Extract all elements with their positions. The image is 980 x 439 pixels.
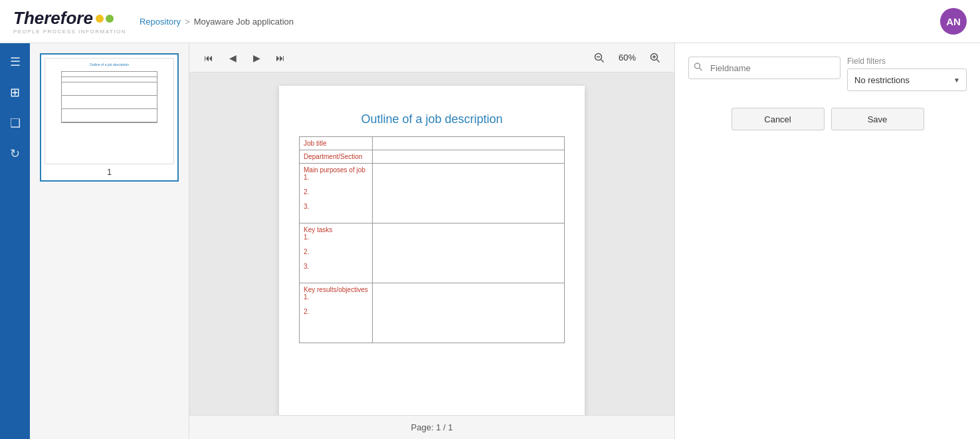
breadcrumb-page: Moyaware Job application [194,17,294,27]
table-row: Department/Section [300,150,565,164]
svg-line-1 [601,59,604,62]
right-panel-top: Field filters No restrictions [688,57,967,91]
logo-dots [96,15,114,23]
table-row: Key results/objectives1.2. [300,283,565,343]
table-cell-value [373,150,565,164]
logo: Therefore PEOPLE PROCESS INFORMATION [13,8,126,35]
sidebar-grid-icon[interactable]: ⊞ [3,80,27,104]
sidebar-menu-icon[interactable]: ☰ [3,50,27,74]
save-button[interactable]: Save [831,108,924,130]
svg-line-4 [657,59,660,62]
table-cell-value [373,223,565,283]
table-cell-value [373,283,565,343]
table-cell-value [373,164,565,223]
table-row: Key tasks1.2.3. [300,223,565,283]
zoom-in-button[interactable] [646,49,664,67]
search-input[interactable] [688,57,840,79]
table-cell-value [373,137,565,150]
logo-sub: PEOPLE PROCESS INFORMATION [13,29,126,35]
table-cell-label: Main purposes of job1.2.3. [300,164,373,223]
logo-dot-green [106,15,114,23]
next-page-button[interactable]: ▶ [247,49,266,67]
thumbnail-doc: Outline of a job description [45,58,174,164]
first-page-button[interactable]: ⏮ [199,49,218,67]
zoom-out-button[interactable] [590,49,609,67]
field-filters-label: Field filters [847,57,967,66]
filter-dropdown-wrap: Field filters No restrictions [847,57,967,91]
sidebar: ☰ ⊞ ❑ ↻ [0,43,30,439]
prev-page-button[interactable]: ◀ [223,49,242,67]
cancel-button[interactable]: Cancel [732,108,825,130]
svg-point-7 [695,63,700,69]
header: Therefore PEOPLE PROCESS INFORMATION Rep… [0,0,980,43]
table-cell-label: Key results/objectives1.2. [300,283,373,343]
table-row: Main purposes of job1.2.3. [300,164,565,223]
logo-text: Therefore [13,8,93,29]
zoom-level: 60% [614,53,640,63]
breadcrumb-repo[interactable]: Repository [140,17,181,27]
thumb-doc-title: Outline of a job description [49,63,169,67]
filter-dropdown-wrap-inner: No restrictions [847,69,967,91]
action-buttons: Cancel Save [688,108,967,130]
thumbnail-label: 1 [45,168,174,177]
doc-table: Job title Department/Section Main purpos… [299,136,565,343]
table-cell-label: Job title [300,137,373,150]
filter-dropdown[interactable]: No restrictions [847,69,967,91]
doc-footer: Page: 1 / 1 [189,415,674,439]
logo-dot-yellow [96,15,104,23]
right-panel: Field filters No restrictions Cancel Sav… [674,43,980,439]
svg-line-8 [700,68,702,71]
table-cell-label: Department/Section [300,150,373,164]
main-area: ☰ ⊞ ❑ ↻ Outline of a job description 1 ⏮… [0,43,980,439]
sidebar-refresh-icon[interactable]: ↻ [3,142,27,166]
breadcrumb: Repository > Moyaware Job application [140,17,294,27]
search-field-wrap [688,57,840,79]
search-icon [694,63,703,74]
page-info: Page: 1 / 1 [411,422,453,432]
last-page-button[interactable]: ⏭ [271,49,290,67]
document-viewer: ⏮ ◀ ▶ ⏭ 60% Outline of a job description… [189,43,674,439]
avatar[interactable]: AN [940,8,967,35]
thumb-table [61,71,157,123]
thumbnail-panel: Outline of a job description 1 [30,43,189,439]
thumbnail-item-1[interactable]: Outline of a job description 1 [40,53,179,182]
doc-title: Outline of a job description [299,112,565,126]
doc-page: Outline of a job description Job title D… [279,86,585,415]
doc-toolbar: ⏮ ◀ ▶ ⏭ 60% [189,43,674,73]
sidebar-folder-icon[interactable]: ❑ [3,111,27,135]
table-row: Job title [300,137,565,150]
breadcrumb-separator: > [185,17,190,27]
table-cell-label: Key tasks1.2.3. [300,223,373,283]
doc-content[interactable]: Outline of a job description Job title D… [189,73,674,415]
